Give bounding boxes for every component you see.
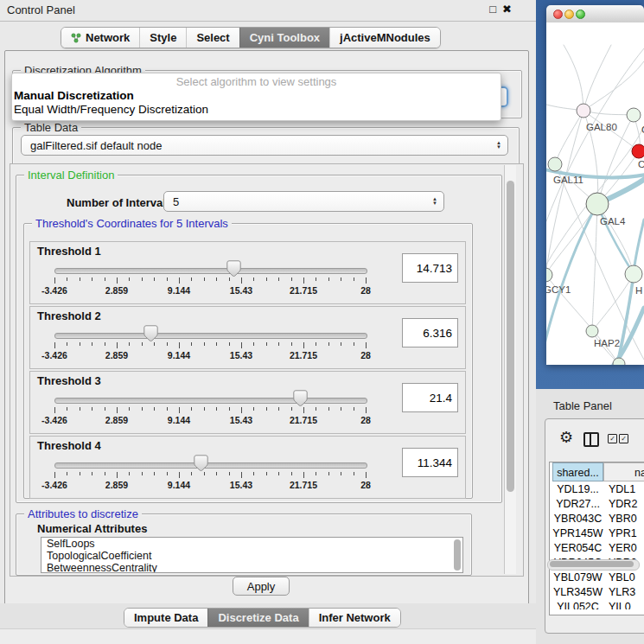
tab-style[interactable]: Style xyxy=(139,28,186,48)
tab-label: Impute Data xyxy=(134,611,198,624)
slider-tick xyxy=(266,472,267,475)
network-node[interactable] xyxy=(577,104,590,118)
slider-track[interactable] xyxy=(54,398,367,404)
table-row[interactable]: YBR043CYBR0 xyxy=(550,513,644,527)
minimize-traffic-light[interactable] xyxy=(564,10,574,19)
close-icon[interactable]: ✖ xyxy=(502,3,512,16)
slider-track[interactable] xyxy=(54,333,367,339)
table-row[interactable]: YIL052CYIL0 xyxy=(550,601,644,609)
threshold-value-field[interactable]: 11.344 xyxy=(402,448,458,477)
tab-discretize-data[interactable]: Discretize Data xyxy=(207,609,308,627)
slider-tick xyxy=(67,342,67,346)
slider-tick xyxy=(241,277,242,284)
table-data-select[interactable]: galFiltered.sif default node ▲▼ xyxy=(21,135,508,156)
number-of-intervals-select[interactable]: 5 ▲▼ xyxy=(163,191,444,212)
network-edge xyxy=(614,308,644,365)
threshold-panel-1: Threshold 1-3.4262.8599.14415.4321.71528… xyxy=(29,241,466,304)
slider-tick xyxy=(191,472,192,475)
network-node[interactable] xyxy=(625,265,642,283)
float-window-icon[interactable]: □ xyxy=(489,3,496,16)
table-row[interactable]: YDR27...YDR2 xyxy=(550,498,644,513)
threshold-label: Threshold 2 xyxy=(37,309,101,322)
slider-tick xyxy=(117,342,118,348)
slider-tick-label: 15.43 xyxy=(214,285,269,296)
cell-name: YBL0 xyxy=(609,571,644,583)
control-panel: Control Panel □ ✖ NetworkStyleSelectCyni… xyxy=(0,0,537,644)
tab-infer-network[interactable]: Infer Network xyxy=(309,609,400,627)
numerical-attributes-list[interactable]: SelfLoopsTopologicalCoefficientBetweenne… xyxy=(41,537,463,573)
tab-cyni-toolbox[interactable]: Cyni Toolbox xyxy=(239,28,329,48)
table-row[interactable]: YER054CYER0 xyxy=(550,542,644,557)
table-row[interactable]: YLR345WYLR3 xyxy=(550,586,644,601)
list-item[interactable]: BetweennessCentrality xyxy=(41,562,462,573)
dropdown-option-equal-width-frequency-discretization[interactable]: Equal Width/Frequency Discretization xyxy=(14,103,208,116)
checkbox-checked-icon[interactable]: ✓ xyxy=(619,434,628,443)
cell-shared-name: YBR043C xyxy=(552,513,603,525)
slider-handle[interactable] xyxy=(226,260,241,277)
horizontal-scrollbar[interactable] xyxy=(547,559,640,571)
horizontal-scrollbar-thumb[interactable] xyxy=(550,561,634,567)
tab-impute-data[interactable]: Impute Data xyxy=(124,609,207,627)
column-header-name[interactable]: name xyxy=(603,462,644,481)
list-item[interactable]: SelfLoops xyxy=(41,538,462,550)
list-scrollbar-thumb[interactable] xyxy=(454,539,461,571)
slider-tick xyxy=(253,472,254,475)
thresholds-group: Threshold's Coordinates for 5 Intervals … xyxy=(23,223,473,499)
threshold-value-field[interactable]: 21.4 xyxy=(402,383,458,412)
cell-name: YER0 xyxy=(609,542,644,554)
table-row[interactable]: YPR145WYPR1 xyxy=(550,527,644,542)
vertical-scrollbar-thumb[interactable] xyxy=(507,181,514,492)
status-strip xyxy=(0,628,536,644)
slider-handle[interactable] xyxy=(143,325,158,341)
network-node[interactable] xyxy=(548,157,562,171)
network-node[interactable] xyxy=(586,325,598,337)
gear-icon[interactable]: ⚙ xyxy=(559,428,573,447)
tab-select[interactable]: Select xyxy=(186,28,239,48)
slider-track[interactable] xyxy=(54,462,367,469)
zoom-traffic-light[interactable] xyxy=(576,10,585,19)
algorithm-dropdown-popup: Select algorithm to view settings Manual… xyxy=(11,73,501,121)
slider-tick xyxy=(316,472,316,475)
cyni-toolbox-panel: Discretization Algorithm ▲▼ Table Data g… xyxy=(4,50,529,605)
slider-tick xyxy=(354,472,354,475)
slider-handle[interactable] xyxy=(293,390,308,406)
slider-handle[interactable] xyxy=(194,455,208,471)
apply-button[interactable]: Apply xyxy=(233,577,290,596)
network-node[interactable] xyxy=(627,108,641,122)
slider-tick-label: 28 xyxy=(338,350,393,360)
threshold-value-field[interactable]: 6.316 xyxy=(402,318,458,348)
network-edge xyxy=(592,274,634,331)
network-window-titlebar[interactable] xyxy=(546,5,644,23)
slider-tick xyxy=(229,472,230,475)
network-node[interactable] xyxy=(586,193,609,215)
network-node[interactable] xyxy=(546,268,552,282)
network-edge xyxy=(583,111,634,115)
network-node[interactable] xyxy=(613,358,625,365)
slider-tick xyxy=(204,472,205,475)
split-columns-icon[interactable] xyxy=(583,432,599,447)
network-node[interactable] xyxy=(632,144,644,158)
network-canvas[interactable]: GAL80GCGAL11GAL4GCY1HHAP2 xyxy=(546,22,644,365)
slider-tick xyxy=(291,277,292,281)
slider-tick-label: 2.859 xyxy=(89,480,144,490)
table-row[interactable]: YDL19...YDL1 xyxy=(550,483,644,498)
slider-tick xyxy=(54,277,55,284)
threshold-value-field[interactable]: 14.713 xyxy=(402,253,458,283)
list-item[interactable]: TopologicalCoefficient xyxy=(41,550,462,562)
table-row[interactable]: YBL079WYBL0 xyxy=(550,571,644,586)
slider-tick xyxy=(80,407,80,411)
slider-tick xyxy=(354,407,354,411)
slider-tick xyxy=(316,342,316,346)
slider-tick xyxy=(167,277,168,281)
cell-name: YLR3 xyxy=(609,586,644,598)
slider-track[interactable] xyxy=(54,268,367,274)
dropdown-option-manual-discretization[interactable]: Manual Discretization xyxy=(14,89,134,102)
checkbox-checked-icon[interactable]: ✓ xyxy=(608,434,617,443)
vertical-scrollbar[interactable] xyxy=(504,165,516,574)
network-node-label: H xyxy=(635,285,642,296)
close-traffic-light[interactable] xyxy=(553,10,563,19)
slider-tick xyxy=(241,407,242,413)
column-header-shared[interactable]: shared... xyxy=(552,462,603,481)
tab-jactivemnodules[interactable]: jActiveMNodules xyxy=(329,28,440,48)
tab-network[interactable]: Network xyxy=(61,28,139,48)
